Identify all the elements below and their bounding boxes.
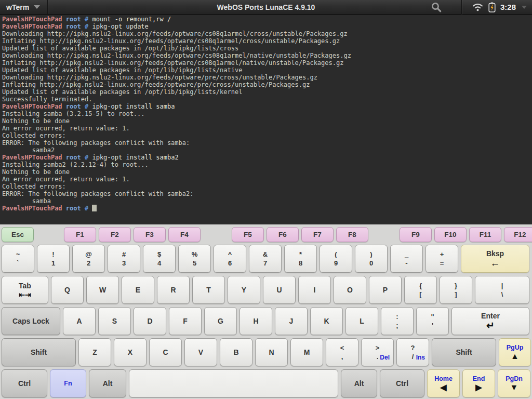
output-text: Successfully terminated. [2, 96, 92, 103]
key-caps-lock[interactable]: Caps Lock [2, 307, 60, 335]
system-status-button[interactable]: 3:28 [468, 2, 527, 12]
terminal-line: Successfully terminated. [2, 96, 530, 103]
key-e[interactable]: E [122, 276, 154, 304]
key-z[interactable]: Z [78, 338, 111, 366]
key-alt-left[interactable]: Alt [89, 369, 126, 397]
key-f6[interactable]: F6 [267, 227, 299, 242]
key-ctrl-right[interactable]: Ctrl [380, 369, 424, 397]
key-n[interactable]: N [255, 338, 288, 366]
key-r[interactable]: R [157, 276, 190, 304]
key-7[interactable]: &7 [249, 245, 282, 273]
key-i[interactable]: I [298, 276, 331, 304]
key-comma[interactable]: <, [326, 338, 358, 366]
key-period[interactable]: >.Del [361, 338, 394, 366]
key-d[interactable]: D [134, 307, 166, 335]
key-end[interactable]: End▶ [462, 369, 495, 397]
key-x[interactable]: X [114, 338, 147, 366]
key-f2[interactable]: F2 [99, 227, 131, 242]
key-label: F4 [180, 230, 189, 239]
key-b[interactable]: B [220, 338, 252, 366]
key-2[interactable]: @2 [72, 245, 105, 273]
key-f3[interactable]: F3 [134, 227, 166, 242]
key-tab[interactable]: Tab⇤⇥ [2, 276, 48, 304]
key-label: U [276, 286, 282, 295]
key-t[interactable]: T [192, 276, 225, 304]
key-label: J [289, 317, 294, 326]
key-s[interactable]: S [98, 307, 131, 335]
key-shift-label: ~ [16, 250, 20, 259]
app-menu-button[interactable]: wTerm [0, 0, 48, 14]
key-f4[interactable]: F4 [168, 227, 201, 242]
key-label: G [218, 317, 223, 326]
key-shift-right[interactable]: Shift [432, 338, 496, 366]
key-label: PgDn [506, 375, 523, 383]
key-u[interactable]: U [263, 276, 296, 304]
key-k[interactable]: K [310, 307, 343, 335]
terminal-line: PavelsHPTouchPad root # ipkg-opt install… [2, 154, 530, 161]
key-l[interactable]: L [345, 307, 378, 335]
key-label: F7 [313, 230, 322, 239]
key-5[interactable]: %5 [178, 245, 211, 273]
key-9[interactable]: (9 [320, 245, 352, 273]
key-m[interactable]: M [290, 338, 323, 366]
key-f8[interactable]: F8 [336, 227, 368, 242]
key-esc[interactable]: Esc [2, 227, 34, 242]
key-backtick[interactable]: ~` [2, 245, 34, 273]
key-y[interactable]: Y [228, 276, 260, 304]
key-shift-left[interactable]: Shift [2, 338, 76, 366]
key-4[interactable]: $4 [143, 245, 176, 273]
key-slash[interactable]: ?/Ins [396, 338, 429, 366]
prompt-symbol: # [85, 23, 88, 30]
key-fn[interactable]: Fn [50, 369, 86, 397]
key-1[interactable]: !1 [37, 245, 70, 273]
key-bracket-close[interactable]: }] [440, 276, 472, 304]
key-quote[interactable]: "' [416, 307, 449, 335]
key-f11[interactable]: F11 [469, 227, 501, 242]
key-minus[interactable]: _- [390, 245, 423, 273]
key-c[interactable]: C [149, 338, 182, 366]
output-text: Collected errors: [2, 132, 66, 139]
key-page-down[interactable]: PgDn▼ [498, 369, 530, 397]
key-semicolon[interactable]: :; [381, 307, 414, 335]
output-text: An error ocurred, return value: 1. [2, 176, 130, 183]
home-icon: ◀ [440, 383, 446, 392]
key-f7[interactable]: F7 [301, 227, 334, 242]
key-h[interactable]: H [240, 307, 272, 335]
terminal[interactable]: PavelsHPTouchPad root # mount -o remount… [0, 15, 532, 224]
key-base-label: ; [381, 321, 413, 330]
key-enter[interactable]: Enter↵ [451, 307, 529, 335]
key-shift-label: ? [411, 343, 415, 352]
key-f12[interactable]: F12 [504, 227, 532, 242]
key-j[interactable]: J [275, 307, 308, 335]
key-p[interactable]: P [369, 276, 402, 304]
key-0[interactable]: )0 [355, 245, 388, 273]
key-home[interactable]: Home◀ [427, 369, 460, 397]
terminal-line: Inflating http://ipkg.nslu2-linux.org/fe… [2, 81, 530, 88]
key-ctrl-left[interactable]: Ctrl [2, 369, 47, 397]
tab-icon: ⇤⇥ [19, 290, 31, 299]
page-down-icon: ▼ [510, 383, 518, 392]
key-equals[interactable]: += [425, 245, 458, 273]
key-bracket-open[interactable]: {[ [404, 276, 437, 304]
key-8[interactable]: *8 [284, 245, 317, 273]
key-alt-right[interactable]: Alt [341, 369, 377, 397]
key-f1[interactable]: F1 [64, 227, 96, 242]
key-g[interactable]: G [204, 307, 237, 335]
key-a[interactable]: A [63, 307, 96, 335]
key-q[interactable]: Q [51, 276, 84, 304]
key-6[interactable]: ^6 [214, 245, 246, 273]
key-3[interactable]: #3 [108, 245, 140, 273]
key-page-up[interactable]: PgUp▲ [499, 338, 531, 366]
key-o[interactable]: O [334, 276, 366, 304]
search-button[interactable] [428, 0, 456, 14]
key-backslash[interactable]: |\ [475, 276, 529, 304]
key-f5[interactable]: F5 [232, 227, 264, 242]
key-label: Caps Lock [12, 317, 49, 326]
key-v[interactable]: V [184, 338, 217, 366]
key-w[interactable]: W [86, 276, 119, 304]
key-f10[interactable]: F10 [434, 227, 467, 242]
key-f9[interactable]: F9 [400, 227, 432, 242]
key-f[interactable]: F [169, 307, 202, 335]
key-space[interactable] [129, 369, 338, 397]
key-backspace[interactable]: Bksp← [461, 245, 529, 273]
